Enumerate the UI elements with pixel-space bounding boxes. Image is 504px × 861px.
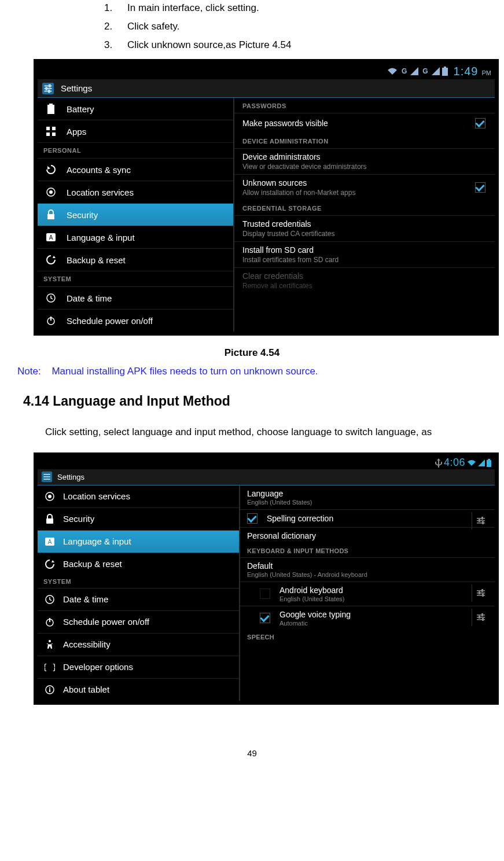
svg-rect-42 [477,518,485,519]
svg-rect-57 [481,613,483,616]
row-title: Make passwords visible [242,119,328,128]
sidebar-item-label: Schedule power on/off [67,316,153,326]
sidebar-item-apps[interactable]: Apps [38,120,233,142]
settings-icon [41,471,53,483]
sidebar-item-label: Schedule power on/off [63,617,149,627]
wifi-icon [387,67,398,75]
clock-ampm: PM [482,69,492,76]
checkbox-icon[interactable] [247,513,257,524]
svg-rect-12 [52,127,56,130]
status-bar: G G 1:49 PM [38,63,495,79]
content-header-keyboard: KEYBOARD & INPUT METHODS [240,544,495,557]
sidebar-item-schedule[interactable]: Schedule power on/off [38,309,233,332]
settings-sliders-icon[interactable] [472,609,489,626]
row-language[interactable]: Language English (United States) [240,485,495,509]
step-num: 3. [104,39,127,51]
row-trusted-credentials[interactable]: Trusted credentials Display trusted CA c… [234,215,495,241]
settings-sliders-icon[interactable] [472,584,489,602]
row-default-keyboard[interactable]: Default English (United States) - Androi… [240,557,495,582]
sidebar-item-label: Developer options [63,662,133,672]
svg-point-29 [48,495,51,498]
svg-point-15 [49,190,53,194]
svg-rect-51 [481,589,483,592]
sidebar-item-label: Location services [67,187,134,197]
row-spelling-correction[interactable]: Spelling correction [240,509,495,527]
row-make-passwords-visible[interactable]: Make passwords visible [234,113,495,133]
checkbox-icon[interactable] [475,182,485,193]
checkbox-icon[interactable] [260,613,270,623]
step-2: 2. Click safety. [104,21,487,32]
signal-icon [478,459,485,466]
row-android-keyboard[interactable]: Android keyboard English (United States) [240,582,495,606]
sidebar-item-location[interactable]: Location services [38,485,239,507]
row-clear-credentials: Clear credentials Remove all certificate… [234,267,495,293]
sidebar-item-security[interactable]: Security [38,203,233,226]
checkbox-icon [260,588,270,599]
checkbox-icon[interactable] [475,118,485,128]
svg-rect-41 [49,687,50,689]
title-bar-text: Settings [57,473,84,481]
svg-rect-9 [49,104,53,105]
sidebar-item-label: Date & time [63,594,108,604]
settings-content: PASSWORDS Make passwords visible DEVICE … [234,98,495,332]
sidebar-item-label: Location services [63,491,130,501]
sync-icon [45,163,57,176]
sidebar-item-language[interactable]: A Language & input [38,226,233,248]
sidebar-item-label: Accounts & sync [67,165,131,175]
svg-rect-58 [479,616,480,619]
sidebar-item-label: Language & input [67,233,135,242]
svg-rect-55 [477,617,485,618]
sidebar-item-label: Security [67,210,98,220]
note-text: Note: Manual installing APK files needs … [17,366,487,377]
note-label: Note: [17,366,41,377]
sidebar-item-backup[interactable]: Backup & reset [38,248,233,271]
row-device-administrators[interactable]: Device administrators View or deactivate… [234,148,495,174]
sidebar-item-security[interactable]: Security [38,507,239,530]
svg-rect-47 [482,521,484,524]
svg-text:A: A [49,234,53,241]
battery-icon [45,102,57,115]
svg-rect-49 [477,593,485,594]
sidebar-item-language[interactable]: A Language & input [38,530,239,553]
sidebar-item-backup[interactable]: Backup & reset [38,553,239,575]
sidebar-item-label: Backup & reset [63,559,122,569]
sidebar-header-system: SYSTEM [38,575,239,588]
row-subtitle: English (United States) [247,499,312,506]
sidebar-item-location[interactable]: Location services [38,181,233,203]
title-bar: Settings [38,79,495,98]
battery-icon [442,67,448,76]
row-personal-dictionary[interactable]: Personal dictionary [240,527,495,544]
svg-rect-14 [52,133,56,136]
svg-rect-0 [444,67,446,68]
page-number: 49 [0,748,504,758]
step-num: 1. [104,2,127,14]
section-heading: 4.14 Language and Input Method [23,393,487,409]
row-subtitle: English (United States) [279,595,345,602]
row-title: Install from SD card [242,245,339,255]
location-icon [45,186,57,198]
row-title: Language [247,489,312,498]
svg-rect-59 [482,618,484,621]
row-title: Device administrators [242,152,367,161]
sidebar-item-about[interactable]: About tablet [38,678,239,701]
row-google-voice-typing[interactable]: Google voice typing Automatic [240,606,495,630]
sidebar-item-accounts[interactable]: Accounts & sync [38,158,233,181]
step-text: In main interface, click setting. [127,2,259,14]
sidebar-item-datetime[interactable]: Date & time [38,286,233,309]
sidebar-item-schedule[interactable]: Schedule power on/off [38,610,239,633]
sidebar-item-accessibility[interactable]: Accessibility [38,633,239,656]
row-unknown-sources[interactable]: Unknown sources Allow installation of no… [234,174,495,200]
sidebar-item-developer[interactable]: { } Developer options [38,656,239,678]
svg-rect-24 [487,460,491,467]
sidebar-item-datetime[interactable]: Date & time [38,588,239,610]
row-subtitle: English (United States) - Android keyboa… [247,571,367,578]
row-subtitle: Display trusted CA certificates [242,230,334,238]
content-header-credential-storage: CREDENTIAL STORAGE [234,200,495,215]
row-install-from-sd[interactable]: Install from SD card Install certificate… [234,241,495,267]
battery-icon [487,459,491,467]
wifi-icon [467,459,476,466]
lock-icon [45,208,57,221]
mobile-g-label: G [402,67,407,75]
svg-point-37 [49,640,51,642]
sidebar-item-battery[interactable]: Battery [38,98,233,120]
